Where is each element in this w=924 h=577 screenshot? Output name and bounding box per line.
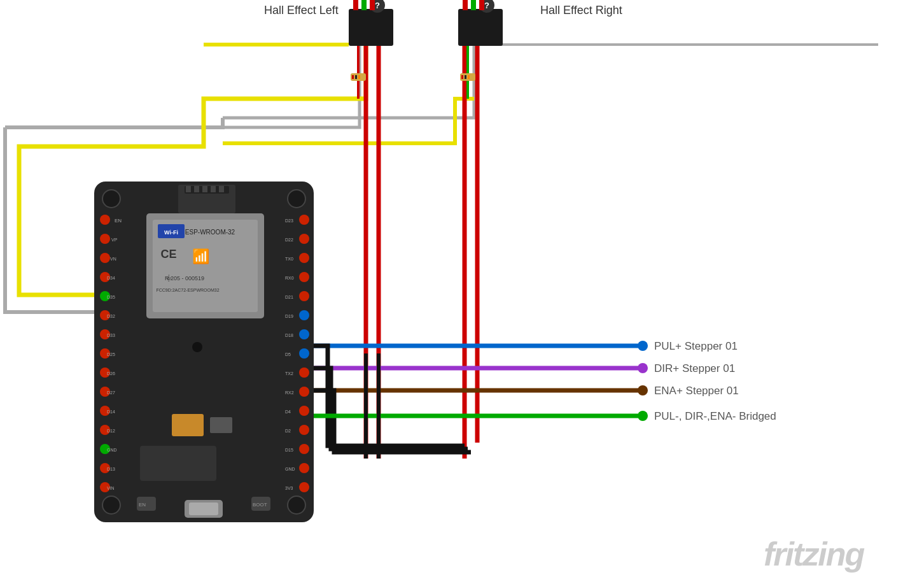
svg-rect-29 [463,0,468,10]
svg-text:D15: D15 [285,448,293,452]
svg-rect-60 [219,186,224,192]
svg-text:D4: D4 [285,410,291,414]
svg-text:D14: D14 [107,410,115,414]
svg-point-78 [299,253,309,263]
svg-rect-30 [471,0,476,10]
svg-rect-57 [194,186,199,192]
svg-rect-12 [349,9,393,46]
svg-rect-36 [465,75,466,79]
svg-text:GND: GND [107,448,117,452]
svg-rect-122 [210,417,232,433]
svg-rect-15 [353,0,358,10]
svg-point-40 [102,190,120,208]
svg-text:D25: D25 [107,352,115,357]
svg-rect-21 [352,75,354,79]
svg-point-80 [299,291,309,301]
svg-text:VN: VN [110,257,116,261]
svg-text:D22: D22 [285,238,293,242]
fritzing-watermark: fritzing [764,536,865,573]
svg-rect-22 [355,75,357,79]
svg-text:D18: D18 [285,333,293,338]
svg-text:CE: CE [160,248,176,260]
svg-text:VP: VP [111,238,118,242]
svg-rect-16 [361,0,367,10]
svg-text:D35: D35 [107,295,115,299]
svg-text:ESP-WROOM-32: ESP-WROOM-32 [185,229,235,236]
svg-rect-26 [458,9,503,46]
svg-rect-125 [189,502,218,515]
svg-text:D5: D5 [285,352,291,357]
svg-text:TX0: TX0 [285,257,293,261]
esp32-board: Wi-Fi ESP-WROOM-32 CE 📶 ⏚ R 205 - 000519… [94,182,314,522]
svg-point-43 [288,496,305,514]
dir-stepper-label: DIR+ Stepper 01 [654,362,735,374]
bridged-label: PUL-, DIR-,ENA- Bridged [654,410,776,422]
svg-point-76 [299,215,309,225]
svg-point-83 [299,348,309,359]
svg-point-84 [299,367,309,378]
svg-point-88 [299,444,309,454]
svg-rect-56 [186,186,191,192]
svg-text:D32: D32 [107,314,115,318]
svg-rect-59 [211,186,216,192]
svg-text:D19: D19 [285,314,293,318]
svg-text:?: ? [375,1,380,10]
svg-rect-121 [172,414,204,436]
svg-text:D26: D26 [107,371,115,376]
svg-text:EN: EN [139,502,146,508]
svg-point-131 [638,341,648,351]
hall-effect-left-label: Hall Effect Left [264,4,339,17]
pul-stepper-label: PUL+ Stepper 01 [654,340,738,352]
svg-text:BOOT: BOOT [253,502,267,508]
svg-text:R 205 - 000519: R 205 - 000519 [165,275,204,281]
hall-effect-right-label: Hall Effect Right [540,4,622,17]
svg-text:TX2: TX2 [285,371,293,376]
svg-rect-17 [370,0,375,10]
svg-text:GND: GND [285,467,295,471]
svg-point-90 [299,482,309,492]
svg-text:3V3: 3V3 [285,486,293,490]
svg-text:Wi-Fi: Wi-Fi [164,229,178,236]
svg-point-41 [288,190,305,208]
svg-rect-37 [468,75,470,79]
svg-point-82 [299,329,309,339]
svg-point-130 [192,342,202,352]
svg-point-81 [299,310,309,320]
svg-point-89 [299,463,309,473]
svg-point-42 [102,496,120,514]
svg-rect-35 [461,75,463,79]
svg-rect-38 [471,75,473,79]
svg-rect-23 [358,75,360,79]
svg-text:RX2: RX2 [285,390,294,395]
svg-rect-123 [140,446,216,481]
svg-point-79 [299,272,309,282]
svg-point-63 [100,253,110,263]
svg-text:EN: EN [115,218,122,224]
svg-point-87 [299,425,309,435]
svg-point-62 [100,234,110,244]
svg-rect-31 [479,0,484,10]
svg-text:D12: D12 [107,429,115,433]
svg-rect-24 [361,75,364,79]
svg-text:D23: D23 [285,218,293,223]
svg-text:D13: D13 [107,467,115,471]
svg-point-77 [299,234,309,244]
svg-point-86 [299,406,309,416]
ena-stepper-label: ENA+ Stepper 01 [654,385,739,397]
svg-point-134 [638,411,648,421]
svg-text:D27: D27 [107,390,115,395]
svg-text:D34: D34 [107,276,115,280]
svg-text:?: ? [484,1,489,10]
svg-text:RX0: RX0 [285,276,294,280]
svg-rect-58 [202,186,207,192]
svg-text:D2: D2 [285,429,291,433]
svg-text:VIN: VIN [107,486,115,490]
svg-text:FCC9D:2AC72-ESPWROOM32: FCC9D:2AC72-ESPWROOM32 [156,288,219,292]
svg-point-133 [638,385,648,395]
svg-point-85 [299,387,309,397]
svg-text:D21: D21 [285,295,293,299]
svg-point-132 [638,363,648,373]
svg-text:📶: 📶 [192,248,210,265]
svg-text:D33: D33 [107,333,115,338]
svg-point-61 [100,215,110,225]
